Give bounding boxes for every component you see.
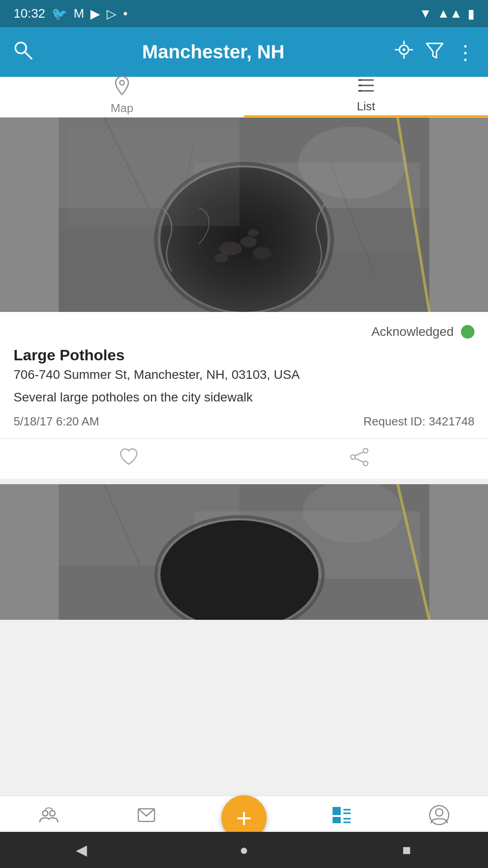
- svg-point-0: [15, 42, 26, 53]
- time-display: 10:32: [14, 6, 45, 21]
- svg-line-1: [25, 52, 32, 59]
- card-1-date: 5/18/17 6:20 AM: [14, 415, 99, 429]
- android-nav: ◀ ● ■: [0, 832, 488, 868]
- back-icon: ◀: [76, 841, 87, 859]
- svg-line-36: [355, 452, 363, 456]
- status-right: ▼ ▲▲ ▮: [419, 6, 474, 21]
- svg-rect-32: [68, 127, 239, 226]
- bird-icon: 🐦: [52, 6, 67, 21]
- card-1-status-label: Acknowledged: [371, 325, 454, 339]
- home-icon: ●: [239, 842, 248, 859]
- tab-map[interactable]: Map: [0, 77, 244, 117]
- wifi-icon: ▼: [419, 6, 432, 21]
- dot-icon: •: [123, 6, 127, 21]
- notices-icon: [136, 804, 157, 830]
- card-1-title: Large Potholes: [14, 346, 474, 364]
- card-2[interactable]: [0, 484, 488, 620]
- share-icon: [349, 447, 369, 471]
- content-area: Acknowledged Large Potholes 706-740 Summ…: [0, 118, 488, 734]
- card-2-image: [0, 484, 488, 620]
- more-icon[interactable]: ⋮: [455, 41, 475, 64]
- svg-point-3: [403, 48, 405, 51]
- heart-icon: [119, 447, 139, 471]
- search-icon[interactable]: [13, 40, 33, 64]
- card-1-actions: [14, 439, 474, 479]
- svg-point-29: [215, 253, 228, 262]
- place-icon: [38, 804, 60, 830]
- profile-icon: [428, 804, 450, 830]
- app-bar: Manchester, NH ⋮: [0, 27, 488, 77]
- svg-point-28: [253, 247, 271, 259]
- svg-point-31: [298, 127, 407, 199]
- svg-point-9: [120, 80, 124, 85]
- recent-button[interactable]: ■: [393, 836, 420, 863]
- mail-icon: M: [74, 6, 84, 21]
- back-button[interactable]: ◀: [68, 836, 95, 863]
- tab-list-label: List: [357, 99, 375, 113]
- card-1-status-dot: [461, 325, 474, 339]
- card-1-share-button[interactable]: [244, 439, 474, 479]
- signal-icon: ▲▲: [437, 6, 462, 21]
- svg-point-46: [42, 811, 48, 816]
- svg-point-56: [436, 809, 443, 816]
- location-icon[interactable]: [394, 40, 414, 64]
- card-1-address: 706-740 Summer St, Manchester, NH, 03103…: [14, 368, 474, 382]
- svg-marker-8: [427, 43, 443, 58]
- svg-line-37: [355, 458, 363, 462]
- battery-icon: ▮: [468, 6, 474, 21]
- svg-rect-49: [333, 807, 341, 815]
- card-1-image: [0, 118, 488, 312]
- svg-point-47: [50, 811, 55, 816]
- svg-point-27: [240, 236, 257, 247]
- svg-point-34: [351, 455, 355, 459]
- tab-list[interactable]: List: [244, 77, 488, 117]
- play-icon: ▶: [90, 6, 100, 21]
- svg-rect-52: [333, 817, 341, 823]
- view-tabs: Map List: [0, 77, 488, 118]
- requests-icon: [331, 804, 352, 830]
- status-left: 10:32 🐦 M ▶ ▷ •: [14, 6, 127, 21]
- card-1-description: Several large potholes on the city sidew…: [14, 390, 474, 405]
- svg-point-35: [363, 461, 368, 466]
- status-bar: 10:32 🐦 M ▶ ▷ • ▼ ▲▲ ▮: [0, 0, 488, 27]
- card-1-status-row: Acknowledged: [14, 325, 474, 339]
- list-icon: [357, 77, 375, 98]
- map-pin-icon: [114, 75, 130, 99]
- card-1-like-button[interactable]: [14, 439, 244, 479]
- card-1-request-id: Request ID: 3421748: [363, 415, 474, 429]
- filter-icon[interactable]: [425, 40, 445, 64]
- svg-point-33: [363, 448, 368, 453]
- app-bar-title: Manchester, NH: [43, 41, 383, 63]
- recent-icon: ■: [402, 842, 411, 859]
- card-1[interactable]: Acknowledged Large Potholes 706-740 Summ…: [0, 118, 488, 479]
- tab-map-label: Map: [111, 101, 134, 115]
- home-button[interactable]: ●: [230, 836, 258, 863]
- fab-plus-icon: +: [236, 802, 252, 834]
- play-outline-icon: ▷: [107, 6, 117, 21]
- card-1-meta: 5/18/17 6:20 AM Request ID: 3421748: [14, 415, 474, 429]
- svg-point-30: [248, 229, 258, 236]
- card-1-body: Acknowledged Large Potholes 706-740 Summ…: [0, 312, 488, 479]
